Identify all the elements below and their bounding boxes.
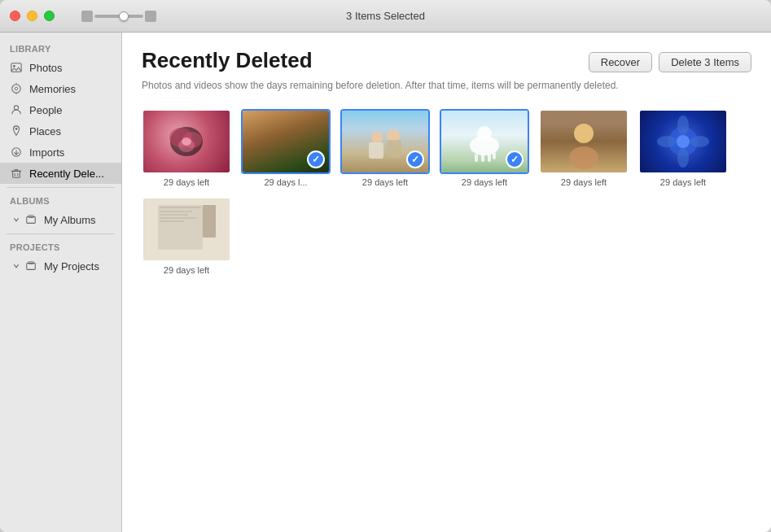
- svg-point-40: [690, 136, 709, 147]
- svg-point-33: [574, 124, 594, 143]
- svg-rect-10: [13, 171, 20, 177]
- photo-portrait-image: [541, 111, 627, 172]
- sidebar-places-label: Places: [29, 125, 61, 137]
- check-badge-forest: ✓: [307, 150, 325, 168]
- photo-item-rose[interactable]: 29 days left: [142, 109, 231, 187]
- projects-divider: [7, 233, 115, 234]
- check-badge-goat: ✓: [506, 150, 523, 168]
- photo-thumb-screenshot: [142, 197, 231, 262]
- photo-blue-flower-image: [640, 111, 726, 172]
- albums-icon: [24, 213, 37, 226]
- pin-icon: [10, 124, 23, 137]
- sidebar-my-projects-label: My Projects: [44, 260, 99, 273]
- maximize-button[interactable]: [44, 11, 55, 21]
- photo-grid: 29 days left ✓ 29 days l...: [142, 109, 751, 275]
- sidebar-item-places[interactable]: Places: [0, 120, 121, 142]
- zoom-slider-thumb[interactable]: [119, 11, 129, 21]
- zoom-slider[interactable]: [94, 15, 143, 18]
- svg-point-23: [371, 132, 383, 143]
- photo-rose-days: 29 days left: [164, 177, 209, 187]
- sidebar-people-label: People: [29, 104, 62, 116]
- sidebar-item-imports[interactable]: Imports: [0, 142, 121, 163]
- sidebar: Library Photos Memor: [0, 33, 122, 532]
- photo-thumb-blue-flower: [638, 109, 728, 174]
- svg-point-22: [182, 137, 191, 146]
- sidebar-item-photos[interactable]: Photos: [0, 57, 121, 78]
- sidebar-item-recently-deleted[interactable]: Recently Dele...: [0, 163, 121, 184]
- photo-item-couple[interactable]: ✓ 29 days left: [340, 109, 430, 187]
- svg-point-36: [677, 135, 690, 148]
- svg-rect-46: [160, 217, 196, 219]
- photo-rose-image: [143, 111, 230, 172]
- svg-point-1: [13, 65, 15, 68]
- minimize-button[interactable]: [27, 11, 37, 21]
- view-icon[interactable]: [145, 11, 156, 22]
- titlebar: 3 Items Selected: [0, 0, 771, 33]
- photo-thumb-portrait: [539, 109, 629, 174]
- header-buttons: Recover Delete 3 Items: [589, 52, 751, 72]
- photo-item-blue-flower[interactable]: 29 days left: [638, 109, 728, 187]
- svg-rect-47: [160, 220, 184, 222]
- check-badge-couple: ✓: [406, 150, 424, 168]
- recover-button[interactable]: Recover: [589, 52, 652, 72]
- photo-item-goat[interactable]: ✓ 29 days left: [440, 109, 529, 187]
- photo-screenshot-days: 29 days left: [164, 265, 209, 275]
- svg-point-38: [677, 148, 689, 168]
- svg-point-7: [15, 128, 18, 130]
- photo-thumb-rose: [142, 109, 231, 174]
- photo-forest-days: 29 days l...: [264, 177, 307, 187]
- sidebar-item-people[interactable]: People: [0, 99, 121, 120]
- delete-button[interactable]: Delete 3 Items: [659, 52, 751, 72]
- photo-portrait-days: 29 days left: [561, 177, 607, 187]
- photo-thumb-goat: ✓: [440, 109, 529, 174]
- svg-rect-32: [493, 152, 496, 159]
- svg-rect-29: [475, 154, 478, 162]
- description-text: Photos and videos show the days remainin…: [142, 79, 751, 93]
- main-content: Recently Deleted Recover Delete 3 Items …: [122, 33, 771, 532]
- photo-goat-days: 29 days left: [462, 177, 507, 187]
- svg-point-2: [12, 85, 21, 94]
- sidebar-toggle-icon[interactable]: [81, 11, 93, 22]
- photo-item-portrait[interactable]: 29 days left: [539, 109, 629, 187]
- chevron-right-icon: [10, 259, 23, 273]
- svg-rect-26: [387, 140, 401, 158]
- sidebar-photos-label: Photos: [29, 62, 62, 74]
- svg-point-39: [657, 136, 677, 147]
- trash-icon: [10, 167, 23, 180]
- albums-section-label: Albums: [0, 191, 121, 209]
- svg-point-6: [14, 106, 18, 110]
- svg-rect-31: [488, 154, 491, 162]
- sidebar-item-my-albums[interactable]: My Albums: [0, 209, 121, 230]
- svg-rect-30: [481, 154, 484, 162]
- sidebar-item-my-projects[interactable]: My Projects: [0, 255, 121, 277]
- svg-point-28: [477, 126, 492, 141]
- chevron-down-icon: [10, 213, 23, 226]
- svg-rect-25: [369, 142, 383, 159]
- sidebar-imports-label: Imports: [29, 146, 64, 159]
- svg-rect-45: [160, 214, 188, 216]
- svg-point-34: [569, 146, 598, 169]
- svg-rect-42: [203, 205, 216, 238]
- photo-item-forest[interactable]: ✓ 29 days l...: [241, 109, 331, 187]
- svg-rect-44: [160, 211, 192, 212]
- main-window: Library Photos Memor: [0, 33, 771, 532]
- library-section-label: Library: [0, 39, 121, 57]
- sidebar-item-memories[interactable]: Memories: [0, 78, 121, 99]
- svg-point-37: [677, 116, 689, 135]
- sidebar-recently-deleted-label: Recently Dele...: [29, 168, 104, 180]
- sidebar-my-albums-label: My Albums: [44, 214, 96, 226]
- svg-rect-43: [160, 207, 201, 208]
- photo-thumb-couple: ✓: [340, 109, 430, 174]
- image-icon: [10, 61, 23, 74]
- titlebar-title: 3 Items Selected: [346, 10, 425, 22]
- svg-point-3: [15, 87, 18, 90]
- close-button[interactable]: [10, 11, 20, 21]
- photo-thumb-forest: ✓: [241, 109, 331, 174]
- photo-screenshot-image: [143, 198, 230, 260]
- photo-blue-flower-days: 29 days left: [660, 177, 706, 187]
- albums-divider: [7, 187, 115, 188]
- projects-section-label: Projects: [0, 238, 121, 255]
- projects-icon: [24, 259, 37, 273]
- photo-item-screenshot[interactable]: 29 days left: [142, 197, 231, 275]
- content-header: Recently Deleted Recover Delete 3 Items: [142, 49, 751, 72]
